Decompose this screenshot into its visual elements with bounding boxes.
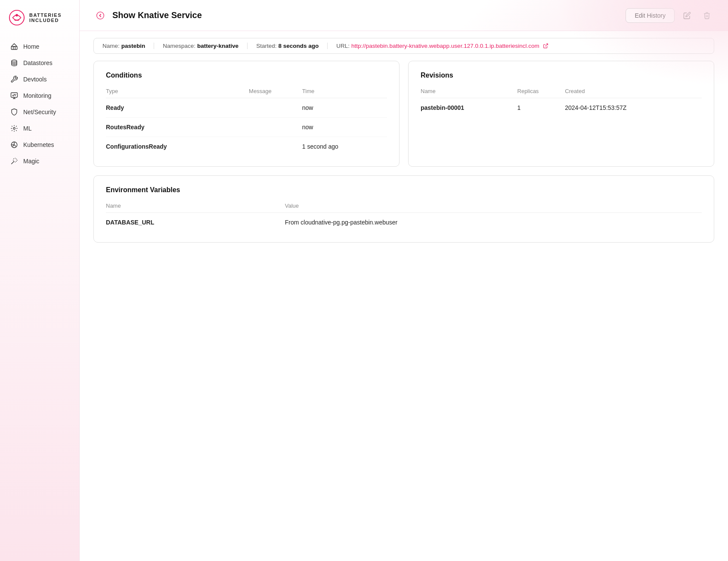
revision-name: pastebin-00001: [421, 98, 517, 118]
svg-point-5: [13, 128, 15, 130]
revisions-title: Revisions: [421, 72, 702, 79]
sidebar-label-net-security: Net/Security: [23, 109, 56, 115]
conditions-panel: Conditions Type Message Time Ready now R…: [93, 61, 400, 167]
conditions-table: Type Message Time Ready now RoutesReady …: [106, 88, 387, 156]
info-started-value: 8 seconds ago: [278, 43, 319, 49]
svg-point-1: [15, 14, 18, 16]
edit-button[interactable]: [680, 8, 694, 23]
sidebar-item-devtools[interactable]: Devtools: [5, 72, 74, 87]
svg-point-0: [9, 10, 24, 25]
monitoring-icon: [10, 92, 18, 100]
sidebar-label-monitoring: Monitoring: [23, 92, 51, 99]
sidebar-label-devtools: Devtools: [23, 76, 46, 83]
logo-icon: [9, 9, 25, 26]
sidebar-item-datastores[interactable]: Datastores: [5, 55, 74, 71]
datastores-icon: [10, 59, 18, 67]
logo-text: BATTERIES INCLUDED: [29, 12, 62, 23]
header-left: Show Knative Service: [93, 9, 202, 22]
conditions-title: Conditions: [106, 72, 387, 79]
conditions-col-message: Message: [249, 88, 302, 98]
condition-time: 1 second ago: [302, 137, 387, 156]
revisions-col-created: Created: [565, 88, 702, 98]
table-row: RoutesReady now: [106, 118, 387, 137]
condition-type: Ready: [106, 98, 249, 118]
logo-text-top: BATTERIES: [29, 12, 62, 18]
table-row: pastebin-00001 1 2024-04-12T15:53:57Z: [421, 98, 702, 118]
conditions-col-type: Type: [106, 88, 249, 98]
revisions-col-replicas: Replicas: [517, 88, 565, 98]
sidebar-item-kubernetes[interactable]: Kubernetes: [5, 137, 74, 153]
svg-point-3: [12, 60, 17, 62]
external-link-icon: [543, 43, 548, 49]
svg-rect-2: [11, 47, 17, 50]
info-namespace: Namespace: battery-knative: [154, 43, 247, 49]
info-url-label: URL:: [336, 43, 350, 49]
env-col-value: Value: [285, 203, 702, 213]
header-right: Edit History: [626, 8, 714, 23]
revisions-col-name: Name: [421, 88, 517, 98]
sidebar-label-ml: ML: [23, 125, 31, 132]
condition-message: [249, 137, 302, 156]
home-icon: [10, 43, 18, 50]
net-security-icon: [10, 108, 18, 116]
condition-time: now: [302, 98, 387, 118]
logo: BATTERIES INCLUDED: [0, 0, 79, 35]
condition-message: [249, 118, 302, 137]
panels-row: Conditions Type Message Time Ready now R…: [93, 61, 714, 167]
info-started-label: Started:: [256, 43, 276, 49]
svg-line-8: [545, 44, 548, 47]
sidebar-item-magic[interactable]: Magic: [5, 153, 74, 169]
sidebar-item-ml[interactable]: ML: [5, 121, 74, 136]
sidebar: BATTERIES INCLUDED Home: [0, 0, 80, 561]
magic-icon: [10, 157, 18, 165]
info-url: URL: http://pastebin.battery-knative.web…: [327, 43, 557, 49]
sidebar-label-home: Home: [23, 43, 39, 50]
edit-history-button[interactable]: Edit History: [626, 8, 675, 23]
revision-replicas: 1: [517, 98, 565, 118]
sidebar-item-monitoring[interactable]: Monitoring: [5, 88, 74, 103]
info-name: Name: pastebin: [102, 43, 154, 49]
ml-icon: [10, 125, 18, 132]
conditions-col-time: Time: [302, 88, 387, 98]
condition-message: [249, 98, 302, 118]
condition-time: now: [302, 118, 387, 137]
sidebar-item-home[interactable]: Home: [5, 39, 74, 54]
sidebar-label-datastores: Datastores: [23, 59, 53, 66]
info-name-label: Name:: [102, 43, 120, 49]
info-namespace-label: Namespace:: [163, 43, 195, 49]
svg-point-7: [97, 12, 104, 19]
env-value: From cloudnative-pg.pg-pastebin.webuser: [285, 213, 702, 232]
revision-created: 2024-04-12T15:53:57Z: [565, 98, 702, 118]
main-content: Show Knative Service Edit History: [80, 0, 728, 561]
info-name-value: pastebin: [121, 43, 146, 49]
sidebar-label-kubernetes: Kubernetes: [23, 141, 54, 148]
revisions-panel: Revisions Name Replicas Created pastebin…: [408, 61, 714, 167]
env-vars-table: Name Value DATABASE_URL From cloudnative…: [106, 203, 702, 232]
table-row: ConfigurationsReady 1 second ago: [106, 137, 387, 156]
devtools-icon: [10, 75, 18, 83]
kubernetes-icon: [10, 141, 18, 149]
info-namespace-value: battery-knative: [197, 43, 239, 49]
logo-text-bottom: INCLUDED: [29, 18, 62, 23]
condition-type: RoutesReady: [106, 118, 249, 137]
env-vars-title: Environment Variables: [106, 186, 702, 194]
back-button[interactable]: [93, 9, 107, 22]
info-bar: Name: pastebin Namespace: battery-knativ…: [93, 38, 714, 54]
sidebar-item-net-security[interactable]: Net/Security: [5, 104, 74, 120]
revisions-table: Name Replicas Created pastebin-00001 1 2…: [421, 88, 702, 117]
env-col-name: Name: [106, 203, 285, 213]
sidebar-nav: Home Datastores Devtools: [0, 35, 79, 172]
env-vars-panel: Environment Variables Name Value DATABAS…: [93, 175, 714, 243]
env-name: DATABASE_URL: [106, 213, 285, 232]
condition-type: ConfigurationsReady: [106, 137, 249, 156]
table-row: Ready now: [106, 98, 387, 118]
info-url-link[interactable]: http://pastebin.battery-knative.webapp.u…: [351, 43, 539, 49]
info-started: Started: 8 seconds ago: [247, 43, 327, 49]
page-title: Show Knative Service: [112, 10, 202, 20]
table-row: DATABASE_URL From cloudnative-pg.pg-past…: [106, 213, 702, 232]
header: Show Knative Service Edit History: [80, 0, 728, 31]
svg-rect-4: [11, 93, 18, 97]
sidebar-label-magic: Magic: [23, 158, 39, 165]
delete-button[interactable]: [700, 8, 714, 23]
